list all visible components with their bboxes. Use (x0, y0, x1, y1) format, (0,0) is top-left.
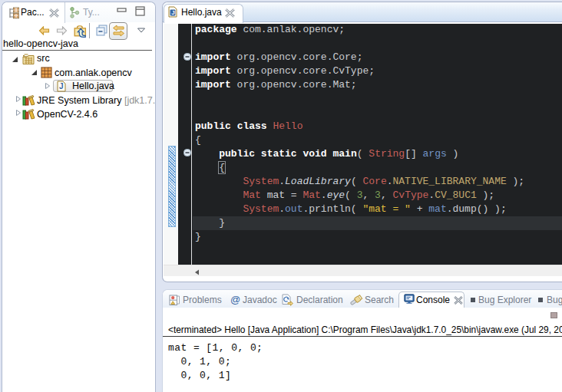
svg-text:J: J (59, 82, 64, 91)
svg-text:J: J (171, 9, 174, 16)
